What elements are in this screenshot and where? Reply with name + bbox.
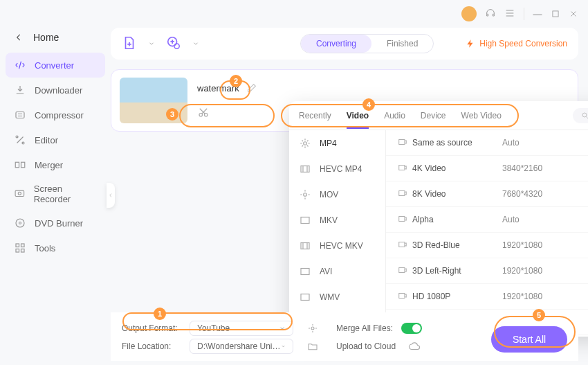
format-label: AVI — [320, 267, 332, 276]
merge-toggle[interactable] — [401, 323, 422, 334]
preset-res: 3840*2160 — [502, 163, 578, 173]
output-format-value: YouTube — [197, 323, 230, 333]
preset-same-as-source[interactable]: Same as sourceAuto — [386, 130, 588, 156]
video-icon — [397, 188, 408, 198]
format-label: MP4 — [320, 139, 337, 148]
bottom-bar: Output Format: YouTube Merge All Files: … — [111, 312, 578, 361]
sidebar-item-compressor[interactable]: Compressor — [6, 103, 105, 127]
tab-video[interactable]: Video — [347, 111, 369, 129]
chevron-down-icon — [279, 325, 286, 332]
film-icon — [299, 214, 311, 226]
back-home[interactable]: Home — [6, 28, 105, 53]
format-avi[interactable]: AVI — [289, 258, 385, 284]
format-hevc-mkv[interactable]: HEVC MKV — [289, 233, 385, 258]
format-wmv[interactable]: WMV — [289, 284, 385, 310]
file-title: watermark — [197, 83, 239, 94]
svg-point-2 — [16, 136, 18, 138]
add-file-chevron[interactable] — [148, 39, 155, 49]
preset-alpha[interactable]: AlphaAuto — [386, 207, 588, 233]
video-icon — [397, 265, 408, 275]
svg-rect-12 — [16, 249, 19, 253]
svg-rect-28 — [399, 165, 405, 170]
sidebar-item-label: Converter — [35, 60, 74, 71]
preset-hd-1080p[interactable]: HD 1080P1920*1080 — [386, 284, 588, 310]
svg-point-9 — [19, 222, 21, 224]
menu-icon[interactable] — [504, 8, 515, 21]
film-icon — [299, 291, 311, 303]
status-toggle[interactable]: Converting Finished — [300, 34, 434, 53]
preset-res: 1920*1080 — [502, 240, 578, 250]
preset-3d-left-right[interactable]: 3D Left-Right1920*1080 — [386, 258, 588, 284]
output-format-label: Output Format: — [122, 323, 181, 333]
svg-rect-13 — [21, 249, 25, 253]
svg-rect-25 — [301, 294, 309, 300]
trim-icon[interactable] — [197, 106, 210, 118]
svg-rect-27 — [399, 139, 405, 144]
sidebar-item-screen-recorder[interactable]: Screen Recorder — [6, 177, 105, 211]
tab-recently[interactable]: Recently — [299, 111, 331, 121]
format-label: WMV — [320, 292, 340, 302]
svg-point-21 — [304, 193, 307, 196]
format-hevc-mp4[interactable]: HEVC MP4 — [289, 156, 385, 181]
maximize-button[interactable] — [551, 9, 560, 19]
tab-audio[interactable]: Audio — [384, 111, 405, 121]
format-mp4[interactable]: MP4 — [289, 130, 385, 156]
svg-rect-6 — [15, 190, 24, 196]
preset-res: Auto — [502, 138, 578, 148]
svg-rect-33 — [399, 293, 405, 298]
preset-name: 3D Red-Blue — [412, 240, 502, 250]
tab-converting[interactable]: Converting — [301, 35, 371, 53]
format-mov[interactable]: MOV — [289, 181, 385, 207]
preset-name: 8K Video — [412, 189, 502, 199]
close-button[interactable] — [569, 9, 578, 19]
sidebar-item-merger[interactable]: Merger — [6, 152, 105, 177]
film-icon — [299, 163, 311, 175]
sidebar-item-label: DVD Burner — [35, 218, 83, 229]
start-all-button[interactable]: Start All — [491, 326, 567, 353]
tab-device[interactable]: Device — [421, 111, 446, 121]
video-icon — [397, 240, 408, 249]
sidebar-item-tools[interactable]: Tools — [6, 235, 105, 260]
cloud-icon[interactable] — [408, 340, 421, 353]
tab-finished[interactable]: Finished — [371, 35, 433, 53]
preset-4k[interactable]: 4K Video3840*2160 — [386, 156, 588, 181]
add-file-button[interactable] — [122, 35, 137, 53]
svg-rect-31 — [399, 242, 405, 247]
preset-name: 4K Video — [412, 163, 502, 173]
svg-rect-4 — [15, 162, 19, 168]
sidebar-item-label: Editor — [35, 135, 58, 145]
format-mkv[interactable]: MKV — [289, 207, 385, 233]
svg-rect-29 — [399, 190, 405, 195]
sidebar-item-dvd-burner[interactable]: DVD Burner — [6, 211, 105, 235]
user-avatar[interactable] — [461, 6, 477, 21]
file-location-select[interactable]: D:\Wondershare UniConverter 1 — [190, 339, 293, 354]
tab-web-video[interactable]: Web Video — [461, 111, 502, 121]
output-format-select[interactable]: YouTube — [190, 321, 293, 336]
sidebar-item-converter[interactable]: Converter — [6, 53, 105, 78]
headset-icon[interactable] — [485, 8, 496, 21]
collapse-sidebar-handle[interactable] — [107, 183, 115, 208]
sidebar-item-label: Downloader — [35, 85, 82, 96]
preset-8k[interactable]: 8K Video7680*4320 — [386, 181, 588, 207]
minimize-button[interactable]: — — [533, 9, 542, 19]
high-speed-link[interactable]: High Speed Conversion — [466, 39, 567, 48]
search-input[interactable]: Search — [573, 108, 588, 123]
sidebar-item-label: Merger — [35, 160, 63, 170]
settings-icon[interactable] — [307, 323, 318, 334]
edit-title-icon[interactable] — [246, 82, 257, 94]
format-label: MKV — [320, 215, 338, 225]
add-folder-chevron[interactable] — [192, 39, 199, 49]
svg-rect-10 — [16, 244, 19, 247]
sidebar-item-downloader[interactable]: Downloader — [6, 78, 105, 103]
preset-res: Auto — [502, 215, 578, 224]
add-folder-button[interactable] — [166, 35, 181, 53]
recorder-icon — [14, 188, 26, 200]
chevron-down-icon — [281, 343, 286, 350]
folder-icon[interactable] — [307, 341, 318, 352]
preset-3d-red-blue[interactable]: 3D Red-Blue1920*1080 — [386, 233, 588, 258]
video-thumbnail[interactable] — [120, 78, 187, 123]
gear-icon — [299, 137, 311, 150]
file-location-label: File Location: — [122, 341, 181, 351]
sidebar-item-label: Screen Recorder — [34, 184, 97, 204]
sidebar-item-editor[interactable]: Editor — [6, 127, 105, 152]
